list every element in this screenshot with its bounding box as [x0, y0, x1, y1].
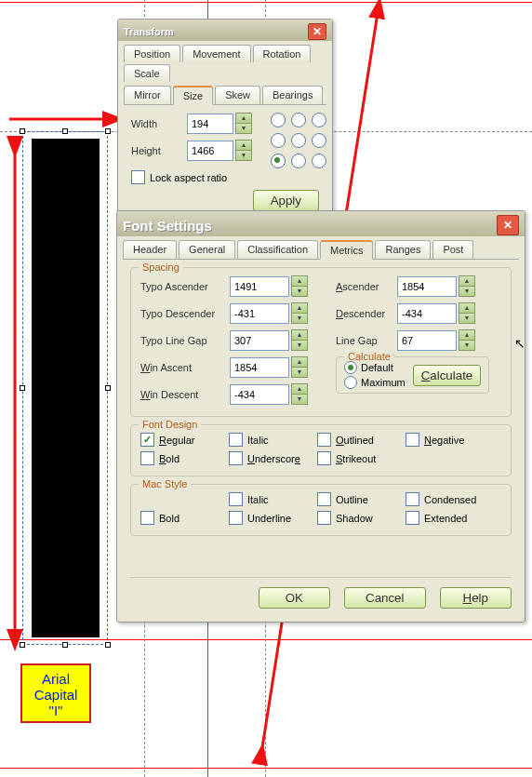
- typo-lg-input[interactable]: [230, 330, 289, 351]
- ms-outline-cb[interactable]: [317, 492, 331, 506]
- tab-size[interactable]: Size: [173, 86, 213, 105]
- calculate-button[interactable]: Calculate: [413, 365, 482, 386]
- spin-down-icon[interactable]: ▼: [291, 340, 308, 351]
- height-down-icon[interactable]: ▼: [235, 150, 252, 161]
- origin-ml[interactable]: [271, 133, 286, 148]
- asc-input[interactable]: [397, 276, 457, 297]
- spin-down-icon[interactable]: ▼: [459, 313, 475, 324]
- tab-ranges[interactable]: Ranges: [375, 240, 431, 259]
- cancel-button[interactable]: Cancel: [344, 587, 426, 609]
- spin-down-icon[interactable]: ▼: [291, 286, 308, 297]
- ms-italic-cb[interactable]: [229, 492, 243, 506]
- typo-asc-input[interactable]: [230, 276, 289, 297]
- ms-legend: Mac Style: [139, 478, 191, 489]
- tab-movement[interactable]: Movement: [182, 45, 250, 62]
- font-settings-dialog[interactable]: Font Settings ✕ Header General Classific…: [116, 210, 525, 623]
- lock-checkbox[interactable]: [131, 170, 145, 184]
- typo-desc-label: Typo Descender: [140, 308, 230, 319]
- origin-tr[interactable]: [312, 113, 326, 127]
- spin-up-icon[interactable]: ▲: [459, 329, 475, 340]
- tab-skew[interactable]: Skew: [215, 86, 260, 104]
- spacing-fieldset: Spacing Typo Ascender▲▼ Typo Descender▲▼…: [130, 267, 512, 417]
- tab-classification[interactable]: Classification: [237, 240, 318, 259]
- desc-input[interactable]: [397, 303, 457, 324]
- spin-down-icon[interactable]: ▼: [459, 286, 475, 297]
- origin-tc[interactable]: [291, 113, 306, 127]
- origin-mr[interactable]: [312, 133, 326, 148]
- ms-extended-cb[interactable]: [406, 511, 419, 525]
- help-button[interactable]: Help: [440, 587, 512, 609]
- close-icon[interactable]: ✕: [497, 215, 519, 235]
- transform-dialog[interactable]: Transform ✕ Position Movement Rotation S…: [117, 19, 333, 225]
- ms-bold-cb[interactable]: [140, 511, 154, 525]
- width-down-icon[interactable]: ▼: [235, 123, 252, 134]
- win-desc-input[interactable]: [230, 384, 289, 405]
- fd-strikeout-cb[interactable]: [317, 451, 331, 465]
- transform-tabs-row2: Mirror Size Skew Bearings: [118, 82, 332, 104]
- tab-position[interactable]: Position: [124, 45, 180, 62]
- spin-down-icon[interactable]: ▼: [291, 367, 308, 378]
- win-desc-label: Win Descent: [140, 389, 230, 400]
- ms-condensed-cb[interactable]: [406, 492, 419, 506]
- calculate-fieldset: Calculate Default Maximum Calculate: [336, 356, 489, 394]
- fd-negative-cb[interactable]: [406, 433, 419, 447]
- calc-max-radio[interactable]: [344, 376, 357, 389]
- tab-rotation[interactable]: Rotation: [253, 45, 312, 62]
- origin-grid[interactable]: [271, 113, 328, 170]
- origin-mc[interactable]: [291, 133, 306, 148]
- ms-underline-cb[interactable]: [229, 511, 243, 525]
- tab-header[interactable]: Header: [123, 240, 177, 259]
- width-input[interactable]: [187, 114, 233, 134]
- spin-up-icon[interactable]: ▲: [459, 275, 475, 286]
- selection-box[interactable]: [22, 131, 108, 645]
- spin-down-icon[interactable]: ▼: [291, 394, 308, 405]
- mac-style-fieldset: Mac Style Italic Outline Condensed Bold …: [130, 484, 512, 536]
- width-up-icon[interactable]: ▲: [235, 113, 252, 123]
- font-design-fieldset: Font Design ✓Regular Italic Outlined Neg…: [130, 424, 512, 476]
- spin-down-icon[interactable]: ▼: [459, 340, 475, 351]
- fd-underscore-cb[interactable]: [229, 451, 243, 465]
- transform-titlebar[interactable]: Transform ✕: [118, 20, 332, 41]
- fd-italic-label: Italic: [247, 435, 269, 446]
- spin-up-icon[interactable]: ▲: [291, 329, 308, 340]
- tab-general[interactable]: General: [179, 240, 235, 259]
- origin-tl[interactable]: [271, 113, 286, 127]
- fd-italic-cb[interactable]: [229, 433, 243, 447]
- fd-regular-cb[interactable]: ✓: [140, 433, 154, 447]
- height-up-icon[interactable]: ▲: [235, 140, 252, 150]
- height-label: Height: [131, 145, 187, 156]
- typo-asc-label: Typo Ascender: [140, 281, 230, 292]
- lg-input[interactable]: [397, 330, 457, 351]
- win-asc-input[interactable]: [230, 357, 289, 378]
- origin-br[interactable]: [312, 154, 326, 168]
- spin-down-icon[interactable]: ▼: [291, 313, 308, 324]
- apply-button[interactable]: Apply: [253, 190, 319, 211]
- tab-bearings[interactable]: Bearings: [262, 86, 323, 104]
- fd-bold-cb[interactable]: [140, 451, 154, 465]
- ok-button[interactable]: OK: [259, 587, 330, 609]
- ms-shadow-label: Shadow: [336, 513, 373, 524]
- spacing-legend: Spacing: [139, 261, 183, 273]
- spin-up-icon[interactable]: ▲: [291, 383, 308, 394]
- origin-bc[interactable]: [291, 154, 306, 168]
- win-asc-label: Win Ascent: [140, 362, 230, 373]
- transform-title: Transform: [124, 26, 174, 37]
- height-input[interactable]: [187, 141, 233, 161]
- calc-default-radio[interactable]: [344, 361, 357, 374]
- font-titlebar[interactable]: Font Settings ✕: [117, 211, 525, 236]
- ms-italic-label: Italic: [247, 494, 269, 505]
- tab-scale[interactable]: Scale: [124, 64, 170, 82]
- close-icon[interactable]: ✕: [308, 23, 326, 40]
- tab-post[interactable]: Post: [432, 240, 473, 259]
- spin-up-icon[interactable]: ▲: [459, 302, 475, 313]
- spin-up-icon[interactable]: ▲: [291, 302, 308, 313]
- fd-outlined-cb[interactable]: [317, 433, 331, 447]
- tab-metrics[interactable]: Metrics: [320, 240, 373, 260]
- spin-up-icon[interactable]: ▲: [291, 356, 308, 367]
- ms-shadow-cb[interactable]: [317, 511, 331, 525]
- origin-bl[interactable]: [271, 154, 286, 168]
- desc-label: Descender: [336, 308, 397, 319]
- tab-mirror[interactable]: Mirror: [124, 86, 171, 104]
- spin-up-icon[interactable]: ▲: [291, 275, 308, 286]
- typo-desc-input[interactable]: [230, 303, 289, 324]
